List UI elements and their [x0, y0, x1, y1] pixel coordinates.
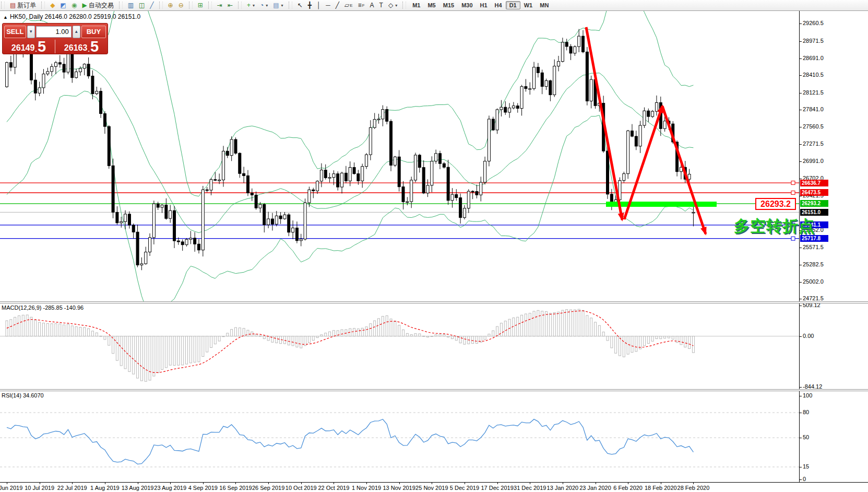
macd-tick-label: 0.00: [803, 333, 814, 339]
date-label: 18 Feb 2020: [645, 485, 677, 491]
candle-body: [639, 125, 641, 146]
rsi-splitter[interactable]: [0, 389, 868, 391]
toolbar-grip[interactable]: [119, 2, 123, 9]
trend-arrow[interactable]: [662, 106, 706, 234]
horizontal-line-icon[interactable]: ─: [323, 1, 333, 10]
candle-body: [91, 76, 94, 94]
hline-handle[interactable]: [791, 181, 795, 185]
trend-arrow[interactable]: [586, 27, 622, 220]
metaeditor-icon[interactable]: ◆: [47, 1, 57, 10]
hline-handle[interactable]: [791, 237, 795, 240]
candle-body: [365, 155, 368, 167]
timeframe-m15[interactable]: M15: [439, 1, 458, 9]
toolbar-grip[interactable]: [189, 2, 193, 9]
date-tick: [105, 483, 105, 484]
line-chart-icon[interactable]: ╱: [147, 1, 156, 10]
chart-shift-icon[interactable]: ⇤: [225, 1, 235, 10]
volume-input[interactable]: [36, 26, 72, 38]
sell-button[interactable]: SELL: [4, 26, 26, 38]
candle-body: [643, 111, 646, 125]
turning-point-annotation[interactable]: 多空转折点: [734, 216, 815, 237]
buy-button[interactable]: BUY: [81, 26, 106, 38]
macd-bar: [210, 336, 212, 348]
text-label-icon[interactable]: T: [377, 1, 386, 10]
toolbar-grip[interactable]: [208, 2, 212, 9]
macd-bar: [30, 317, 32, 336]
toolbar-grip[interactable]: [238, 2, 242, 9]
timeframe-m1[interactable]: M1: [409, 1, 424, 9]
volume-up-button[interactable]: ▲: [73, 26, 80, 38]
community-icon[interactable]: ◩: [58, 1, 69, 10]
toolbar-grip[interactable]: [1, 2, 5, 9]
date-axis[interactable]: 27 Jun 201910 Jul 201922 Jul 20191 Aug 2…: [0, 482, 868, 492]
macd-bar: [39, 322, 41, 336]
date-label: 22 Jul 2019: [57, 485, 87, 491]
date-label: 6 Feb 2020: [613, 485, 643, 491]
templates-icon[interactable]: ▤▾: [270, 1, 286, 10]
toolbar-grip[interactable]: [289, 2, 292, 9]
candle-body: [565, 42, 568, 46]
date-label: 23 Jan 2020: [579, 485, 611, 491]
candle-body: [557, 62, 560, 66]
arrows-icon[interactable]: ◇▾: [386, 1, 400, 10]
price-axis[interactable]: 29260.528971.528691.028410.528121.527841…: [799, 11, 868, 482]
zoom-out-icon: ⊖: [179, 2, 184, 9]
channel-icon[interactable]: ▱E: [342, 1, 355, 10]
macd-bar: [234, 327, 236, 336]
timeframe-w1[interactable]: W1: [520, 1, 537, 9]
toolbar-grip[interactable]: [41, 2, 45, 9]
text-icon[interactable]: A: [367, 1, 377, 10]
hline-handle[interactable]: [791, 191, 795, 194]
periods-icon[interactable]: ◔▾: [257, 1, 270, 10]
cursor-icon: ↖: [298, 2, 303, 9]
signals-icon[interactable]: ◉: [69, 1, 79, 10]
vertical-line-icon[interactable]: │: [314, 1, 324, 10]
macd-bar: [549, 313, 551, 336]
indicators-icon[interactable]: +▾: [244, 1, 257, 10]
candle-chart-icon[interactable]: ◫: [136, 1, 147, 10]
macd-splitter[interactable]: [0, 301, 868, 303]
price-tick-label: 27841.0: [803, 106, 824, 112]
macd-bar: [316, 336, 318, 338]
toolbar-grip[interactable]: [402, 2, 406, 9]
timeframe-d1[interactable]: D1: [506, 1, 520, 9]
timeframe-m30[interactable]: M30: [458, 1, 476, 9]
toolbar-group-zoom: ⊕⊖: [164, 0, 188, 10]
timeframe-mn[interactable]: MN: [536, 1, 552, 9]
fibonacci-icon[interactable]: ≡F: [355, 1, 367, 10]
rsi-label: RSI(14) 34.6070: [2, 392, 44, 399]
macd-bar: [84, 327, 86, 336]
timeframe-h4[interactable]: H4: [491, 1, 506, 9]
timeframe-h1[interactable]: H1: [477, 1, 491, 9]
macd-bar: [668, 336, 670, 338]
candle-body: [206, 190, 208, 191]
volume-down-button[interactable]: ▼: [27, 26, 35, 38]
macd-bar: [325, 333, 327, 336]
date-label: 25 Nov 2019: [415, 485, 448, 491]
trendline-icon[interactable]: ╱: [333, 1, 342, 10]
buy-price[interactable]: 26163 . 5: [55, 39, 108, 54]
macd-bar: [402, 330, 405, 336]
bollinger-lower[interactable]: [7, 91, 693, 315]
timeframe-m5[interactable]: M5: [424, 1, 439, 9]
support-zone-box[interactable]: [606, 202, 717, 207]
new-order-button[interactable]: ▤新订单: [7, 0, 39, 11]
chart-canvas[interactable]: [0, 11, 799, 482]
price-tag-annotation[interactable]: 26293.2: [755, 198, 796, 210]
sell-price[interactable]: 26149 . 5: [3, 39, 55, 54]
crosshair-icon[interactable]: ╋: [305, 1, 314, 10]
macd-bar: [533, 311, 535, 336]
macd-bar: [472, 336, 474, 344]
bar-chart-icon[interactable]: ▥: [125, 1, 136, 10]
zoom-in-icon[interactable]: ⊕: [165, 1, 176, 10]
candle-body: [496, 110, 498, 130]
cursor-icon[interactable]: ↖: [295, 1, 305, 10]
toolbar-grip[interactable]: [159, 2, 163, 9]
tile-windows-icon[interactable]: ⊞: [195, 1, 206, 10]
auto-scroll-icon[interactable]: ⇥: [215, 1, 225, 10]
candle-body: [447, 167, 449, 201]
macd-tick-dash: [800, 336, 802, 337]
auto-trading-button[interactable]: ▶自动交易: [79, 0, 116, 11]
zoom-out-icon[interactable]: ⊖: [176, 1, 186, 10]
candle-body: [651, 111, 654, 116]
